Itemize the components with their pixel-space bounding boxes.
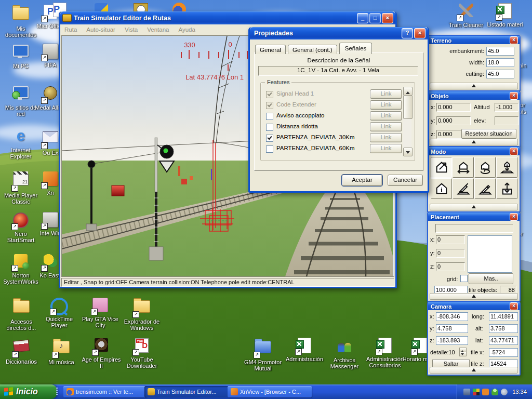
collapse-arrow-icon[interactable]	[430, 293, 518, 300]
features-scrollbar[interactable]	[403, 87, 411, 156]
collapse-arrow-icon[interactable]	[430, 139, 518, 145]
system-tray[interactable]: 13:34	[457, 384, 532, 399]
desktop-icon-diccionarios[interactable]: Diccionarios	[1, 337, 42, 365]
desktop-icon-explorador-windows[interactable]: Explorador de Windows	[122, 296, 162, 331]
tab-general-cont[interactable]: General (cont.)	[288, 45, 337, 54]
tray-volume-icon[interactable]	[501, 389, 508, 395]
camera-z-field[interactable]: -183.893	[436, 336, 468, 345]
y-field[interactable]: 0	[436, 249, 465, 258]
placement-listbox[interactable]	[468, 235, 512, 273]
feature-checkbox[interactable]	[266, 102, 273, 109]
taskbar[interactable]: Inicio trensim.com :: Ver te... Train Si…	[0, 384, 532, 399]
camera-x-field[interactable]: -808.346	[436, 312, 468, 321]
desktop-icon-listado-materiales[interactable]: Listado materi	[485, 2, 525, 28]
tile-x-field[interactable]: -5724	[489, 348, 518, 357]
desktop-icon-mi-musica[interactable]: ♪ Mi música	[41, 337, 82, 365]
scroll-thumb[interactable]	[403, 95, 413, 119]
desktop-icon-gta-vice-city[interactable]: Play GTA Vice City	[80, 296, 121, 328]
modo-terrain-updown-button[interactable]	[496, 178, 517, 199]
desktop-icon-gm4-promotor[interactable]: GM4 Promotor Mutual	[243, 337, 283, 371]
grid-checkbox[interactable]	[460, 275, 468, 282]
objeto-panel[interactable]: Objeto × x: 0.000 Altitud -1.000 y: 0.00…	[427, 90, 521, 148]
menu-ayuda[interactable]: Ayuda	[178, 26, 195, 33]
z-field[interactable]: 0	[436, 262, 465, 271]
start-button[interactable]: Inicio	[0, 384, 57, 399]
embankment-field[interactable]: 45.0	[486, 47, 514, 56]
scroll-down-icon[interactable]	[403, 148, 413, 156]
feature-checkbox[interactable]	[266, 91, 273, 98]
link-button[interactable]: Link	[370, 144, 402, 153]
taskbar-item-train-simulator[interactable]: Train Simulator Editor...	[144, 386, 230, 397]
desktop-icon-youtube-downloader[interactable]: YouD YouTube Downloader	[122, 337, 162, 369]
link-button[interactable]: Link	[370, 111, 402, 121]
modo-info-button[interactable]: i	[431, 178, 452, 199]
quick-launch-handle[interactable]	[56, 388, 58, 396]
maximize-button[interactable]: □	[369, 13, 381, 23]
scroll-up-icon[interactable]	[403, 87, 413, 96]
dialog-close-button[interactable]: ×	[414, 28, 425, 38]
detalle-spinner[interactable]	[459, 348, 467, 356]
camara-panel[interactable]: Camara × x: -808.346 long: 11.41891 y: 4…	[427, 301, 521, 376]
close-button[interactable]: ×	[382, 13, 393, 23]
desktop-icon-administracion-consultorios[interactable]: Administración Consultorios	[365, 337, 405, 368]
long-field[interactable]: 11.41891	[489, 312, 518, 321]
dialog-titlebar[interactable]: Propiedades ? ×	[250, 27, 428, 39]
menu-vista[interactable]: Vista	[125, 26, 138, 33]
camara-titlebar[interactable]: Camara ×	[428, 302, 520, 310]
desktop-icon-quicktime[interactable]: QuickTime Player	[39, 296, 79, 328]
aceptar-button[interactable]: Aceptar	[342, 175, 382, 186]
camera-y-field[interactable]: 4.758	[436, 324, 468, 333]
modo-move-button[interactable]	[453, 157, 474, 178]
desktop-icon-administracion[interactable]: Administración	[284, 337, 325, 362]
modo-terrain-cut-button[interactable]	[453, 178, 474, 199]
desktop[interactable]: Mis documentos Mi PC Mis sitios de red e…	[0, 0, 532, 399]
modo-height-button[interactable]	[496, 157, 517, 178]
tab-senales[interactable]: Señales	[339, 43, 373, 54]
tray-messenger-icon[interactable]	[491, 389, 498, 395]
collapse-arrow-icon[interactable]	[430, 204, 518, 210]
placement-combo[interactable]	[435, 224, 513, 233]
modo-rotate-button[interactable]	[474, 157, 496, 178]
taskbar-item-trensim[interactable]: trensim.com :: Ver te...	[63, 386, 147, 397]
menu-ruta[interactable]: Ruta	[64, 26, 77, 33]
x-field[interactable]: 0	[436, 235, 465, 244]
cutting-field[interactable]: 45.0	[486, 70, 514, 78]
feature-checkbox[interactable]	[266, 145, 273, 153]
menu-auto-situar[interactable]: Auto-situar	[86, 26, 115, 33]
y-field[interactable]: 0.000	[436, 116, 471, 125]
mas-button[interactable]: Mas..	[469, 273, 513, 284]
tray-antivirus-icon[interactable]	[473, 389, 480, 395]
modo-terrain-paint-button[interactable]	[474, 178, 496, 199]
help-button[interactable]: ?	[402, 28, 413, 38]
alt-field[interactable]: 3.758	[489, 324, 518, 333]
collapse-arrow-icon[interactable]	[430, 367, 518, 374]
propiedades-dialog[interactable]: Propiedades ? × General General (cont.) …	[248, 27, 429, 193]
terreno-panel[interactable]: Terreno × embankment: 45.0 width: 18.0 c…	[427, 35, 521, 91]
objeto-titlebar[interactable]: Objeto ×	[428, 91, 520, 100]
desktop-icon-train-cleaner[interactable]: Train Cleaner	[446, 2, 486, 28]
lat-field[interactable]: 43.77471	[489, 336, 518, 345]
panel-close-icon[interactable]: ×	[510, 148, 518, 155]
feature-checkbox[interactable]	[266, 135, 273, 142]
feature-checkbox[interactable]	[266, 113, 273, 120]
link-button[interactable]: Link	[370, 89, 402, 99]
modo-place-button[interactable]	[431, 157, 452, 178]
desktop-icon-accesos-directos[interactable]: Accesos directos d...	[1, 296, 42, 331]
link-button[interactable]: Link	[370, 133, 402, 142]
link-button[interactable]: Link	[370, 100, 402, 110]
tray-app-icon[interactable]	[482, 389, 489, 395]
minimize-button[interactable]: _	[357, 13, 368, 23]
desktop-icon-age-of-empires[interactable]: Age of Empires II	[81, 337, 122, 369]
placement-titlebar[interactable]: Placement ×	[428, 212, 520, 221]
tab-general[interactable]: General	[255, 45, 286, 54]
editor-titlebar[interactable]: Train Simulator Editor de Rutas _ □ ×	[60, 11, 395, 24]
panel-close-icon[interactable]: ×	[510, 92, 518, 100]
feature-checkbox[interactable]	[266, 124, 273, 131]
panel-close-icon[interactable]: ×	[510, 302, 518, 310]
menu-ventana[interactable]: Ventana	[147, 26, 169, 33]
terreno-titlebar[interactable]: Terreno ×	[428, 36, 520, 44]
collapse-arrow-icon[interactable]	[430, 83, 518, 89]
tray-network-icon[interactable]	[463, 389, 470, 395]
cancelar-button[interactable]: Cancelar	[388, 175, 423, 186]
altitud-field[interactable]: -1.000	[495, 103, 518, 112]
